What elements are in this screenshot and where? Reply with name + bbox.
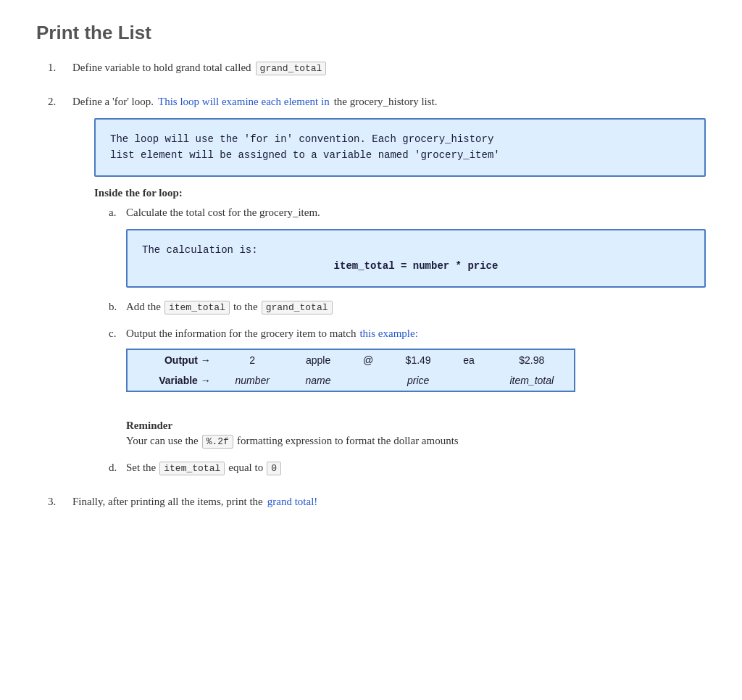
- sub-d-text-middle: equal to: [228, 462, 263, 474]
- step3-highlight: grand total!: [267, 496, 318, 508]
- output-table-wrapper: Output → 2 apple @ $1.49 ea $2.98 Variab…: [126, 349, 575, 392]
- calc-line2: item_total = number * price: [142, 258, 690, 274]
- sub-item-a: Calculate the total cost for the grocery…: [109, 207, 706, 288]
- var-name: name: [288, 370, 349, 391]
- sub-a-text: Calculate the total cost for the grocery…: [126, 207, 706, 219]
- calc-line1: The calculation is:: [142, 242, 690, 258]
- output-table: Output → 2 apple @ $1.49 ea $2.98 Variab…: [128, 350, 574, 391]
- var-price: price: [388, 370, 449, 391]
- sub-item-b: Add the item_total to the grand_total: [109, 301, 706, 314]
- reminder-title: Reminder: [126, 420, 706, 432]
- reminder-row: Your can use the %.2f formatting express…: [126, 435, 706, 449]
- sub-item-d: Set the item_total equal to 0: [109, 462, 706, 475]
- page-title: Print the List: [36, 22, 706, 44]
- format-code: %.2f: [202, 435, 233, 449]
- zero-code: 0: [267, 462, 281, 475]
- sub-d-text-before: Set the: [126, 462, 156, 474]
- sub-item-c: Output the information for the grocery i…: [109, 328, 706, 449]
- reminder-block: Reminder Your can use the %.2f formattin…: [126, 420, 706, 449]
- output-val-price: $1.49: [388, 350, 449, 370]
- step2-highlight: This loop will examine each element in: [158, 96, 330, 108]
- calculation-box: The calculation is: item_total = number …: [126, 229, 706, 288]
- output-row-2: Variable → number name price item_total: [128, 370, 574, 391]
- step1-text: Define variable to hold grand total call…: [72, 62, 251, 74]
- sub-c-highlight: this example:: [359, 328, 417, 340]
- for-loop-explanation-box: The loop will use the 'for in' conventio…: [94, 118, 706, 177]
- output-row-1: Output → 2 apple @ $1.49 ea $2.98: [128, 350, 574, 370]
- reminder-text-before: Your can use the: [126, 435, 199, 447]
- step3-text-before: Finally, after printing all the items, p…: [72, 496, 263, 508]
- grand-total-code: grand_total: [256, 62, 327, 75]
- var-at: [348, 370, 388, 391]
- reminder-text-after: formatting expression to format the doll…: [237, 435, 459, 447]
- step-1: Define variable to hold grand total call…: [65, 62, 706, 75]
- variable-label: Variable →: [128, 370, 217, 391]
- step2-text-after: the grocery_history list.: [334, 96, 438, 108]
- output-val-at: @: [348, 350, 388, 370]
- grand-total-code-b: grand_total: [262, 301, 333, 314]
- step-2: Define a 'for' loop. This loop will exam…: [65, 96, 706, 475]
- step-3: Finally, after printing all the items, p…: [65, 496, 706, 508]
- item-total-code-b: item_total: [164, 301, 230, 314]
- inside-loop-label: Inside the for loop:: [94, 187, 706, 199]
- for-loop-line1: The loop will use the 'for in' conventio…: [110, 131, 690, 147]
- output-label: Output →: [128, 350, 217, 370]
- output-val-name: apple: [288, 350, 349, 370]
- for-loop-line2: list element will be assigned to a varia…: [110, 147, 690, 163]
- var-ea-empty: [448, 370, 489, 391]
- step2-text-before: Define a 'for' loop.: [72, 96, 154, 108]
- output-val-ea: ea: [448, 350, 489, 370]
- var-item-total: item_total: [490, 370, 574, 391]
- item-total-code-d: item_total: [159, 462, 225, 475]
- output-val-total: $2.98: [490, 350, 574, 370]
- sub-b-text-before: Add the: [126, 301, 161, 313]
- output-val-number: 2: [217, 350, 288, 370]
- sub-c-text-before: Output the information for the grocery i…: [126, 328, 356, 340]
- var-number: number: [217, 370, 288, 391]
- sub-b-text-middle: to the: [233, 301, 258, 313]
